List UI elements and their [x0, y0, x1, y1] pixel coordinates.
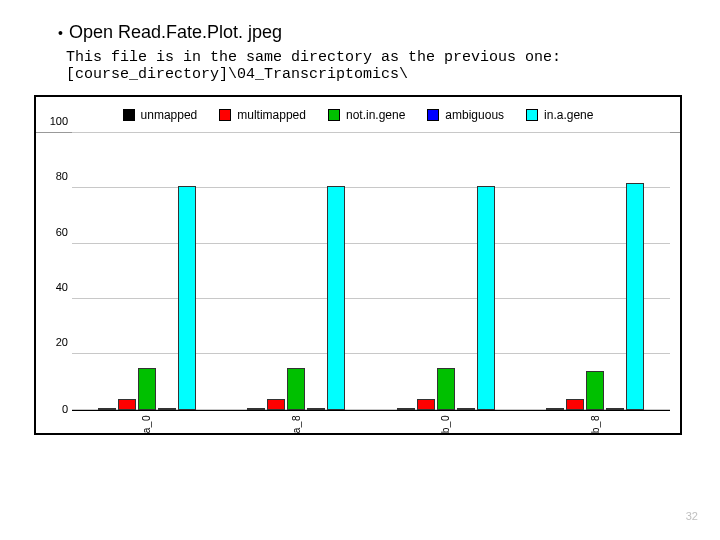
bar-in-a-gene: [327, 186, 345, 410]
bar-ambiguous: [307, 408, 325, 410]
bar-group: [72, 133, 222, 410]
bar-ambiguous: [457, 408, 475, 410]
bar-not-in-gene: [287, 368, 305, 410]
bar-multimapped: [267, 399, 285, 410]
x-label-b8: b_8: [521, 411, 671, 433]
bar-not-in-gene: [586, 371, 604, 410]
x-label-text: b_8: [590, 415, 601, 433]
legend-multimapped: multimapped: [219, 108, 306, 122]
y-axis: 0 20 40 60 80 100: [36, 133, 72, 410]
legend-label: in.a.gene: [544, 108, 593, 122]
bar-ambiguous: [158, 408, 176, 410]
bar-in-a-gene: [477, 186, 495, 410]
x-label-text: a_8: [291, 415, 302, 433]
legend-label: multimapped: [237, 108, 306, 122]
page-number: 32: [686, 510, 698, 522]
legend-unmapped: unmapped: [123, 108, 198, 122]
y-tick-40: 40: [56, 281, 68, 293]
x-label-text: a_0: [141, 415, 152, 433]
chart-frame: unmapped multimapped not.in.gene ambiguo…: [34, 95, 682, 435]
file-path-description: This file is in the same directory as th…: [66, 49, 692, 83]
y-tick-20: 20: [56, 336, 68, 348]
swatch-notingene-icon: [328, 109, 340, 121]
bar-unmapped: [397, 408, 415, 410]
swatch-multimapped-icon: [219, 109, 231, 121]
bar-group: [371, 133, 521, 410]
swatch-ambiguous-icon: [427, 109, 439, 121]
legend-ambiguous: ambiguous: [427, 108, 504, 122]
legend-inagene: in.a.gene: [526, 108, 593, 122]
y-tick-80: 80: [56, 170, 68, 182]
bar-multimapped: [566, 399, 584, 410]
chart-legend: unmapped multimapped not.in.gene ambiguo…: [36, 97, 680, 133]
x-axis: a_0 a_8 b_0 b_8: [72, 410, 670, 433]
bar-multimapped: [118, 399, 136, 410]
bar-group: [222, 133, 372, 410]
legend-label: ambiguous: [445, 108, 504, 122]
page-title: Open Read.Fate.Plot. jpeg: [69, 22, 282, 43]
bullet-glyph: •: [58, 26, 63, 40]
bar-not-in-gene: [437, 368, 455, 410]
y-tick-0: 0: [62, 403, 68, 415]
bar-unmapped: [98, 408, 116, 410]
swatch-inagene-icon: [526, 109, 538, 121]
bar-in-a-gene: [626, 183, 644, 410]
bar-group: [521, 133, 671, 410]
x-label-a0: a_0: [72, 411, 222, 433]
bar-unmapped: [247, 408, 265, 410]
y-tick-60: 60: [56, 226, 68, 238]
swatch-unmapped-icon: [123, 109, 135, 121]
bar-multimapped: [417, 399, 435, 410]
x-label-b0: b_0: [371, 411, 521, 433]
slide: • Open Read.Fate.Plot. jpeg This file is…: [0, 0, 720, 540]
bar-not-in-gene: [138, 368, 156, 410]
bar-unmapped: [546, 408, 564, 410]
legend-label: unmapped: [141, 108, 198, 122]
plot-area: 0 20 40 60 80 100: [36, 133, 680, 410]
plot-inner: [72, 133, 670, 410]
x-axis-row: a_0 a_8 b_0 b_8: [36, 410, 680, 433]
x-label-text: b_0: [440, 415, 451, 433]
x-label-a8: a_8: [222, 411, 372, 433]
bar-groups: [72, 133, 670, 410]
bar-in-a-gene: [178, 186, 196, 410]
y-tick-100: 100: [50, 115, 68, 127]
legend-label: not.in.gene: [346, 108, 405, 122]
bar-ambiguous: [606, 408, 624, 410]
bullet-row: • Open Read.Fate.Plot. jpeg: [58, 22, 692, 43]
legend-notingene: not.in.gene: [328, 108, 405, 122]
